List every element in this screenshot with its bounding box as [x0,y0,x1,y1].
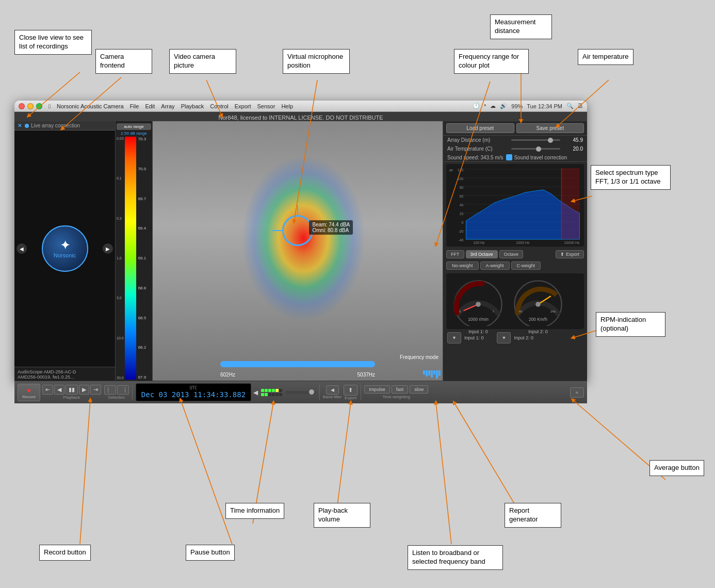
minimize-button[interactable] [27,103,34,109]
impulse-button[interactable]: Impulse [364,385,390,394]
callout-time-info: Time information [225,503,284,519]
svg-line-13 [436,402,451,544]
input2-btn[interactable]: ▼ [497,332,511,344]
average-button[interactable]: ≈ [570,387,584,398]
vol-bar-4 [431,370,433,378]
pause-button[interactable]: ▮▮ [66,385,78,395]
close-button[interactable] [19,103,25,109]
callout-report-generator: Report generator [505,503,561,528]
third-octave-button[interactable]: 3rd Octave [466,250,498,258]
system-status: 🕐 * ☁ 🔊 99% Tue 12:34 PM 🔍 ☰ [473,103,583,109]
callout-freq-range: Frequency range for colour plot [454,49,529,74]
air-temp-slider[interactable] [511,148,560,150]
load-preset-button[interactable]: Load preset [446,123,514,133]
level-meters [261,389,282,396]
input1-btn[interactable]: ▼ [447,332,461,344]
freq-range-labels: 0.03 0.1 0.3 1.0 3.0 10.0 30.0 [117,137,124,380]
svg-text:1000 Hz: 1000 Hz [516,241,530,244]
vol-bar-3 [428,370,430,375]
array-distance-slider[interactable] [511,139,560,141]
svg-point-47 [535,302,541,307]
rpm-gauge-1: 1000 r/min 0 7 [450,276,506,326]
spectrum-export-button[interactable]: ⬆ Export [556,250,584,258]
skip-back-button[interactable]: ⇤ [42,385,53,395]
gauge-1-container: 1000 r/min 0 7 Input 1: 0 [450,276,506,326]
volume-control: ◀ [253,389,316,396]
virtual-mic-crosshair[interactable] [282,215,313,246]
vol-bar-5 [433,370,435,374]
level-seg-g3 [268,389,271,392]
c-weight-button[interactable]: C-weight [511,262,541,270]
spectrum-chart: 120 100 80 60 40 20 0 -20 -40 dB 100 Hz … [446,164,584,247]
selection-out-button[interactable]: ⎹ [117,385,129,395]
selection-label: Selection [108,395,125,400]
callout-select-spectrum: Select spectrum type FFT, 1/3 or 1/1 oct… [591,165,671,190]
maximize-button[interactable] [36,103,42,109]
separator-1 [132,385,133,400]
menu-file[interactable]: File [130,103,139,109]
fft-button[interactable]: FFT [446,250,464,258]
menu-sensor[interactable]: Sensor [257,103,275,109]
menu-apple[interactable]:  [48,103,51,109]
separator-2 [319,385,320,400]
menu-playback[interactable]: Playback [181,103,204,109]
live-connection-bar: ✕ Live array connection [14,121,115,130]
octave-button[interactable]: Octave [499,250,524,258]
color-bar[interactable] [125,137,136,380]
export-control: ⬆ Export [344,385,358,400]
clock-icon: 🕐 [473,103,480,109]
a-weight-button[interactable]: A-weight [480,262,510,270]
band-filter-button[interactable]: ◀ [326,385,339,395]
app-window:  Norsonic Acoustic Camera File Edit Arr… [14,101,587,382]
selection-controls: ⎸ ⎹ Selection [104,385,129,400]
record-button[interactable]: ● Record [18,384,40,401]
menu-help[interactable]: Help [281,103,293,109]
save-preset-button[interactable]: Save preset [516,123,584,133]
export-icon: ⬆ [560,252,564,257]
vol-bar-2 [426,370,428,377]
camera-next-button[interactable]: ▶ [103,243,113,254]
preset-buttons: Load preset Save preset [443,121,587,136]
search-icon[interactable]: 🔍 [566,103,574,109]
selection-in-button[interactable]: ⎸ [104,385,116,395]
freq-range-display: 602Hz 5037Hz [220,372,375,378]
spectrum-area: 120 100 80 60 40 20 0 -20 -40 dB 100 Hz … [446,164,584,247]
menu-export[interactable]: Export [235,103,251,109]
svg-line-9 [80,400,90,544]
vol-bar-6 [436,370,438,379]
time-weighting-control: Impulse fast slow Time weighting [364,385,428,399]
step-forward-button[interactable]: ▶ [79,385,89,395]
export-button[interactable]: ⬆ [344,385,358,396]
input-labels-row: ▼ Input 1: 0 ▼ Input 2: 0 [443,331,587,345]
level-seg-g6 [265,393,268,396]
menu-app-title[interactable]: Norsonic Acoustic Camera [57,103,124,109]
title-bar:  Norsonic Acoustic Camera File Edit Arr… [14,101,587,112]
list-icon[interactable]: ☰ [578,103,583,109]
playback-slider[interactable] [285,391,316,394]
vol-bar-7 [438,370,441,376]
close-connection-icon[interactable]: ✕ [18,123,22,128]
live-connection-label: Live array connection [31,123,80,128]
menu-control[interactable]: Control [210,103,228,109]
time-utc-label: UTC [141,386,246,390]
no-weight-button[interactable]: No-weight [446,262,479,270]
freq-mode-label: Frequency mode [400,354,438,360]
sound-travel-correction[interactable]: Sound travel correction [506,154,567,160]
frequency-slider[interactable] [220,361,375,367]
callout-camera-frontend: Camera frontend [95,49,152,74]
input2-label: Input 2: 0 [514,332,533,344]
volume-arrow-left[interactable]: ◀ [253,389,258,396]
level-seg-d4 [275,393,279,396]
level-seg-g4 [272,389,275,392]
correction-checkbox-icon [506,154,512,160]
camera-prev-button[interactable]: ◀ [17,243,27,254]
skip-forward-button[interactable]: ⇥ [90,385,101,395]
auto-range-button[interactable]: auto range [117,123,151,130]
slow-button[interactable]: slow [410,385,428,394]
menu-edit[interactable]: Edit [145,103,155,109]
menu-array[interactable]: Array [161,103,174,109]
fast-button[interactable]: fast [392,385,409,394]
step-back-button[interactable]: ◀ [54,385,64,395]
camera-preview: ✦ Norsonic ◀ ▶ [14,130,115,367]
db-labels: 70.3 70.0 69.7 69.4 69.1 68.8 68.5 68.2 … [137,137,148,380]
